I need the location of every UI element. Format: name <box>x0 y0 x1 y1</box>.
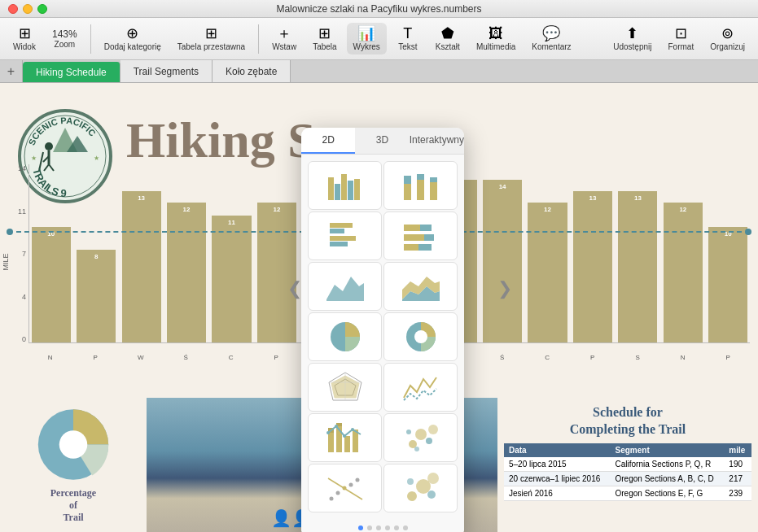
chart-option-column-mixed[interactable] <box>308 413 382 462</box>
picker-arrow-left[interactable]: ❮ <box>287 278 302 299</box>
chart-option-grouped-bar[interactable] <box>308 161 382 210</box>
bar-value: 13 <box>589 193 597 202</box>
bar[interactable]: 10 <box>708 227 747 342</box>
svg-point-67 <box>355 478 359 482</box>
chart-option-donut[interactable] <box>383 312 458 361</box>
text-button[interactable]: T Tekst <box>390 23 426 55</box>
table-icon: ⊞ <box>318 26 331 41</box>
x-label: W <box>119 354 163 361</box>
x-label: C <box>209 354 253 361</box>
comment-icon: 💬 <box>542 26 560 41</box>
line-chart-icon <box>401 369 441 405</box>
chart-option-hbar-grouped[interactable] <box>308 211 382 260</box>
shape-button[interactable]: ⬟ Kształt <box>429 23 467 55</box>
svg-point-72 <box>427 473 439 484</box>
pivot-table-button[interactable]: ⊞ Tabela przestawna <box>171 23 252 55</box>
comment-label: Komentarz <box>532 42 571 51</box>
view-button[interactable]: ⊞ Widok <box>7 23 42 55</box>
tab-kolo-zebate[interactable]: Koło zębate <box>213 60 291 82</box>
bar[interactable]: 12 <box>167 203 206 342</box>
zoom-control[interactable]: 143% Zoom <box>46 27 84 50</box>
bar[interactable]: 12 <box>528 203 567 342</box>
tab-3d[interactable]: 3D <box>355 128 409 154</box>
minimize-button[interactable] <box>23 4 33 14</box>
mile-text: MILE <box>2 253 10 270</box>
svg-rect-29 <box>330 236 356 241</box>
dot-3[interactable] <box>376 525 381 530</box>
bar[interactable]: 13 <box>573 191 612 342</box>
add-category-button[interactable]: ⊕ Dodaj kategorię <box>98 23 168 55</box>
bar-value: 12 <box>273 204 280 213</box>
tab-interactive[interactable]: Interaktywny <box>410 128 464 154</box>
chart-option-stacked-bar[interactable] <box>383 161 458 210</box>
table-cell: Jesień 2016 <box>504 486 611 500</box>
bar-value: 10 <box>47 229 55 238</box>
bar[interactable]: 8 <box>77 250 116 342</box>
dot-2[interactable] <box>367 525 372 530</box>
area-stacked-icon <box>401 268 441 304</box>
chart-option-hbar-stacked[interactable] <box>383 211 458 260</box>
tab-trail-segments-label: Trail Segments <box>134 66 199 77</box>
dot-6[interactable] <box>403 525 408 530</box>
toolbar-right: ⬆ Udostępnij ⊡ Format ⊚ Organizuj <box>607 23 751 55</box>
tab-trail-segments[interactable]: Trail Segments <box>120 60 213 82</box>
add-tab-icon: + <box>7 64 15 79</box>
svg-point-59 <box>406 430 411 434</box>
maximize-button[interactable] <box>37 4 47 14</box>
chart-option-line[interactable] <box>383 363 458 412</box>
bar-value: 13 <box>138 193 145 202</box>
tab-hiking-schedule[interactable]: Hiking Schedule <box>23 62 120 82</box>
zoom-label: Zoom <box>55 40 76 49</box>
comment-button[interactable]: 💬 Komentarz <box>525 23 577 55</box>
y-label-11: 11 <box>18 207 26 216</box>
bar-group: 8 <box>74 250 117 342</box>
svg-rect-30 <box>330 242 348 246</box>
svg-rect-17 <box>335 184 340 200</box>
mile-axis-label: MILE <box>2 253 10 270</box>
share-icon: ⬆ <box>626 26 638 41</box>
chart-option-dotplot[interactable] <box>308 464 382 512</box>
chart-picker-dots <box>301 519 464 532</box>
table-cell: Oregon Sections E, F, G <box>611 486 725 500</box>
picker-arrow-right[interactable]: ❯ <box>497 278 512 299</box>
bar[interactable]: 12 <box>664 203 703 342</box>
chart-option-area-stacked[interactable] <box>383 262 458 311</box>
chart-option-area[interactable] <box>308 262 382 311</box>
pie-label-line2: of <box>69 499 77 511</box>
svg-point-61 <box>414 447 419 451</box>
chart-option-bubble[interactable] <box>383 464 458 512</box>
add-tab-button[interactable]: + <box>0 60 23 82</box>
dot-5[interactable] <box>394 525 399 530</box>
table-button[interactable]: ⊞ Tabela <box>306 23 343 55</box>
chart-option-scatter[interactable] <box>383 413 458 462</box>
grouped-bar-icon <box>325 168 366 203</box>
bar[interactable]: 13 <box>122 191 161 342</box>
svg-rect-20 <box>354 179 360 200</box>
chart-option-pie[interactable] <box>308 312 382 361</box>
organize-label: Organizuj <box>710 42 745 51</box>
svg-rect-22 <box>404 176 411 184</box>
close-button[interactable] <box>8 4 18 14</box>
view-label: Widok <box>13 42 36 51</box>
bar[interactable]: 13 <box>618 191 657 342</box>
chart-button[interactable]: 📊 Wykres <box>347 23 387 55</box>
bar[interactable]: 11 <box>212 216 251 342</box>
dot-4[interactable] <box>385 525 390 530</box>
tab-2d[interactable]: 2D <box>301 128 355 154</box>
bar[interactable]: 10 <box>32 227 71 342</box>
dot-1[interactable] <box>358 525 363 530</box>
svg-rect-21 <box>404 184 411 200</box>
insert-button[interactable]: ＋ Wstaw <box>265 23 303 55</box>
bar[interactable]: 12 <box>257 203 296 342</box>
format-button[interactable]: ⊡ Format <box>662 23 701 55</box>
share-button[interactable]: ⬆ Udostępnij <box>607 23 658 55</box>
media-button[interactable]: 🖼 Multimedia <box>470 23 522 55</box>
svg-rect-24 <box>417 174 424 180</box>
table-cell: 20 czerwca–1 lipiec 2016 <box>504 471 611 486</box>
bar[interactable]: 14 <box>483 180 522 342</box>
pivot-icon: ⊞ <box>205 26 217 41</box>
chart-grid <box>301 155 464 519</box>
organize-button[interactable]: ⊚ Organizuj <box>703 23 751 55</box>
chart-option-radar[interactable] <box>308 363 382 412</box>
insert-icon: ＋ <box>277 26 291 41</box>
